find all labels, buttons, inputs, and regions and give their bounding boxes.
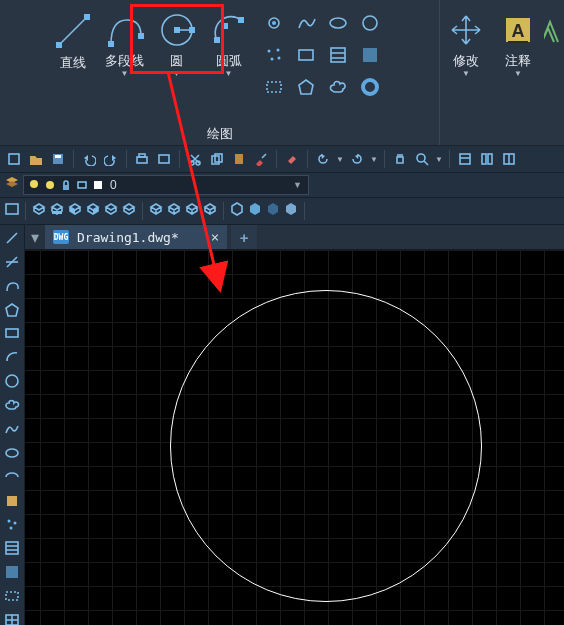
- v-ellipse-icon[interactable]: [3, 444, 21, 462]
- matchprop-icon[interactable]: [251, 149, 271, 169]
- redo-icon[interactable]: [101, 149, 121, 169]
- right-panels: 修改 ▼ A 注释 ▼: [440, 0, 564, 145]
- v-arc-icon[interactable]: [3, 348, 21, 366]
- erase-icon[interactable]: [282, 149, 302, 169]
- region-tool[interactable]: [261, 74, 287, 100]
- drawn-circle-entity[interactable]: [170, 290, 482, 602]
- view-nw-icon[interactable]: [202, 201, 218, 221]
- svg-point-27: [363, 80, 377, 94]
- annotate-panel-button[interactable]: A 注释 ▼: [492, 8, 544, 145]
- ellipse-tool[interactable]: [357, 10, 383, 36]
- svg-point-18: [270, 58, 273, 61]
- ellipse-fill-tool[interactable]: [325, 10, 351, 36]
- save-icon[interactable]: [48, 149, 68, 169]
- polygon-tool[interactable]: [293, 74, 319, 100]
- redo2-icon[interactable]: [347, 149, 367, 169]
- donut-tool[interactable]: [357, 74, 383, 100]
- v-cloud-icon[interactable]: [3, 396, 21, 414]
- designcenter-icon[interactable]: [477, 149, 497, 169]
- draw-group-label: 绘图: [0, 125, 439, 143]
- redo-dropdown-icon[interactable]: ▼: [369, 149, 379, 169]
- vs-realistic-icon[interactable]: [283, 201, 299, 221]
- v-hatch-icon[interactable]: [3, 539, 21, 557]
- modify-dropdown-icon[interactable]: ▼: [462, 69, 470, 78]
- arc-tool[interactable]: 圆弧 ▼: [205, 4, 253, 74]
- spline-tool[interactable]: [293, 10, 319, 36]
- polyline-tool[interactable]: 多段线 ▼: [101, 4, 149, 74]
- view-right-icon[interactable]: [85, 201, 101, 221]
- tab-list-dropdown[interactable]: ▾: [25, 225, 45, 249]
- view-top-icon[interactable]: [31, 201, 47, 221]
- properties-icon[interactable]: [455, 149, 475, 169]
- layer-dropdown[interactable]: 0 ▼: [23, 175, 309, 195]
- undo-icon[interactable]: [79, 149, 99, 169]
- v-gradient-icon[interactable]: [3, 563, 21, 581]
- print-icon[interactable]: [132, 149, 152, 169]
- modify-panel-button[interactable]: 修改 ▼: [440, 8, 492, 145]
- undo-dropdown-icon[interactable]: ▼: [335, 149, 345, 169]
- v-circle-icon[interactable]: [3, 372, 21, 390]
- circle-icon: [156, 10, 198, 50]
- zoom-icon[interactable]: [412, 149, 432, 169]
- view-front-icon[interactable]: [103, 201, 119, 221]
- preview-icon[interactable]: [154, 149, 174, 169]
- rectangle-tool[interactable]: [293, 42, 319, 68]
- line-icon: [52, 10, 94, 52]
- svg-rect-2: [84, 14, 90, 20]
- v-xline-icon[interactable]: [3, 253, 21, 271]
- svg-rect-68: [6, 542, 18, 554]
- vs-3dwire-icon[interactable]: [247, 201, 263, 221]
- view-ne-icon[interactable]: [184, 201, 200, 221]
- vs-2dwire-icon[interactable]: [229, 201, 245, 221]
- pan-icon[interactable]: [390, 149, 410, 169]
- v-polyline-icon[interactable]: [3, 277, 21, 295]
- drawing-canvas[interactable]: [25, 250, 564, 625]
- v-point-icon[interactable]: [3, 516, 21, 534]
- v-polygon-icon[interactable]: [3, 301, 21, 319]
- line-tool[interactable]: 直线: [49, 4, 97, 74]
- toolpalette-icon[interactable]: [499, 149, 519, 169]
- hatch-tool[interactable]: [325, 42, 351, 68]
- gradient-tool[interactable]: [357, 42, 383, 68]
- partial-panel-button[interactable]: [544, 8, 564, 145]
- new-icon[interactable]: [4, 149, 24, 169]
- view-left-icon[interactable]: [67, 201, 83, 221]
- layer-combo-dropdown-icon[interactable]: ▼: [293, 180, 302, 190]
- polyline-dropdown-icon[interactable]: ▼: [121, 69, 129, 78]
- new-tab-button[interactable]: +: [231, 225, 257, 249]
- paste-icon[interactable]: [229, 149, 249, 169]
- ribbon-panel: 直线 多段线 ▼ 圆 ▼: [0, 0, 564, 146]
- v-line-icon[interactable]: [3, 229, 21, 247]
- svg-point-65: [8, 520, 11, 523]
- svg-marker-60: [6, 304, 18, 316]
- circle-dropdown-icon[interactable]: ▼: [173, 69, 181, 78]
- zoom-dropdown-icon[interactable]: ▼: [434, 149, 444, 169]
- file-tab-active[interactable]: DWG Drawing1.dwg* ×: [45, 225, 227, 249]
- view-se-icon[interactable]: [166, 201, 182, 221]
- annotate-dropdown-icon[interactable]: ▼: [514, 69, 522, 78]
- multipoint-tool[interactable]: [261, 42, 287, 68]
- view-sw-icon[interactable]: [148, 201, 164, 221]
- arc-dropdown-icon[interactable]: ▼: [225, 69, 233, 78]
- cut-icon[interactable]: [185, 149, 205, 169]
- v-rectangle-icon[interactable]: [3, 325, 21, 343]
- svg-point-66: [14, 522, 17, 525]
- view-back-icon[interactable]: [121, 201, 137, 221]
- v-region-icon[interactable]: [3, 587, 21, 605]
- undo2-icon[interactable]: [313, 149, 333, 169]
- vs-hidden-icon[interactable]: [265, 201, 281, 221]
- cloud-tool[interactable]: [325, 74, 351, 100]
- circle-tool[interactable]: 圆 ▼: [153, 4, 201, 74]
- copy-icon[interactable]: [207, 149, 227, 169]
- v-spline-icon[interactable]: [3, 420, 21, 438]
- point-tool[interactable]: [261, 10, 287, 36]
- layer-manager-icon[interactable]: [4, 175, 20, 195]
- v-ellipsearc-icon[interactable]: [3, 468, 21, 486]
- open-icon[interactable]: [26, 149, 46, 169]
- v-table-icon[interactable]: [3, 611, 21, 625]
- view-bottom-icon[interactable]: [49, 201, 65, 221]
- named-views-icon[interactable]: [4, 201, 20, 221]
- text-icon: A: [500, 12, 536, 48]
- close-tab-icon[interactable]: ×: [211, 229, 219, 245]
- v-block-icon[interactable]: [3, 492, 21, 510]
